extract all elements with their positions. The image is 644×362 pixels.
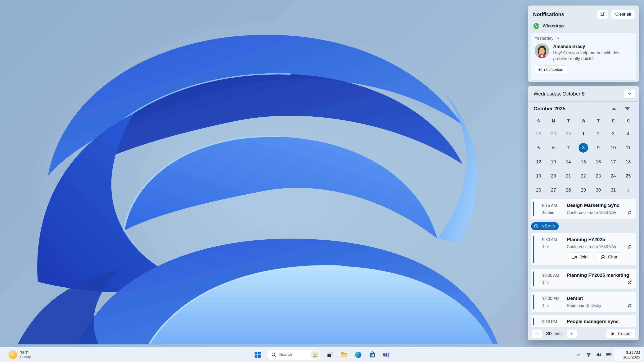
teams-icon: T — [383, 351, 390, 358]
video-camera-icon — [572, 255, 577, 259]
recurrence-icon — [627, 210, 632, 215]
agenda-event-card[interactable]: 10:30 AM Planning FY2025 marketing 1 hr — [531, 269, 636, 289]
join-meeting-button[interactable]: Join — [567, 252, 592, 262]
minus-icon — [535, 332, 539, 336]
edge-browser-button[interactable] — [352, 349, 364, 360]
calendar-day[interactable]: 14 — [561, 155, 576, 169]
calendar-day[interactable]: 20 — [546, 169, 561, 183]
calendar-month-label: October 2025 — [534, 106, 610, 112]
weather-temperature: 78°F — [20, 350, 31, 355]
event-time: 2:30 PM — [542, 320, 567, 324]
calendar-day[interactable]: 25 — [621, 169, 636, 183]
calendar-day[interactable]: 31 — [606, 183, 621, 197]
tray-clock[interactable]: 9:28 AM 10/8/2025 — [614, 349, 642, 361]
day-of-week-label: T — [591, 116, 606, 127]
calendar-day[interactable]: 6 — [546, 141, 561, 155]
microsoft-store-button[interactable] — [367, 349, 378, 360]
volume-icon[interactable] — [594, 349, 603, 360]
chat-bubble-icon — [600, 255, 606, 260]
calendar-day[interactable]: 29 — [576, 183, 591, 197]
wifi-icon[interactable] — [584, 349, 593, 360]
chevron-down-icon[interactable] — [556, 36, 560, 40]
more-notifications-button[interactable]: +1 notification — [535, 65, 567, 74]
calendar-day[interactable]: 11 — [621, 141, 636, 155]
calendar-grid: 28 29 30 1 2 3 4 — [528, 127, 639, 197]
agenda-event-card[interactable]: 2:30 PM People managers sync — [531, 315, 636, 327]
agenda-event-card[interactable]: 9:30 AM Planning FY2025 1 hr Conference … — [531, 233, 636, 265]
calendar-day[interactable]: 28 — [531, 127, 546, 141]
calendar-day[interactable]: 16 — [591, 155, 606, 169]
event-time: 10:30 AM — [542, 273, 567, 278]
notification-sender: Amanda Brady — [553, 44, 631, 49]
recurrence-off-icon — [627, 280, 632, 285]
calendar-day[interactable]: 18 — [621, 155, 636, 169]
calendar-day[interactable]: 15 — [576, 155, 591, 169]
task-view-button[interactable] — [324, 349, 336, 360]
store-bag-icon — [369, 351, 376, 358]
lotus-icon[interactable] — [311, 350, 319, 359]
play-icon — [611, 332, 615, 336]
calendar-panel: Wednesday, October 8 October 2025 SMTWTF… — [528, 86, 639, 340]
tray-expand-button[interactable] — [574, 349, 583, 360]
starts-in-badge: in 5 min — [531, 222, 559, 230]
calendar-day[interactable]: 28 — [561, 183, 576, 197]
clear-all-button[interactable]: Clear all — [611, 10, 635, 19]
folder-icon — [340, 351, 348, 358]
start-button[interactable] — [252, 349, 263, 360]
next-month-button[interactable] — [624, 105, 631, 112]
calendar-day[interactable]: 17 — [606, 155, 621, 169]
magnifier-icon — [271, 352, 276, 357]
calendar-day[interactable]: 1 — [621, 183, 636, 197]
calendar-day[interactable]: 24 — [606, 169, 621, 183]
notification-card[interactable]: Yesterday Amanda Brady Hey! Can you help… — [531, 33, 636, 80]
decrease-minutes-button[interactable] — [532, 330, 542, 338]
chat-button[interactable]: Chat — [596, 252, 622, 262]
weather-widget[interactable]: 78°F Sunny — [7, 348, 33, 361]
taskbar-search[interactable] — [267, 349, 321, 360]
calendar-day[interactable]: 10 — [606, 141, 621, 155]
notification-settings-button[interactable] — [597, 10, 608, 19]
calendar-day[interactable]: 22 — [576, 169, 591, 183]
calendar-day[interactable]: 8 — [576, 141, 591, 155]
calendar-collapse-button[interactable] — [624, 89, 635, 98]
agenda-event-card[interactable]: 8:15 AM Design Marketing Sync 45 min Con… — [531, 199, 636, 219]
teams-button[interactable]: T — [381, 349, 392, 360]
sun-icon — [9, 350, 17, 359]
triangle-down-icon — [625, 107, 630, 110]
file-explorer-button[interactable] — [338, 349, 350, 360]
calendar-day[interactable]: 23 — [591, 169, 606, 183]
calendar-day[interactable]: 7 — [561, 141, 576, 155]
calendar-day[interactable]: 29 — [546, 127, 561, 141]
calendar-day[interactable]: 21 — [561, 169, 576, 183]
tray-time: 9:28 AM — [626, 350, 640, 355]
event-time: 8:15 AM — [542, 203, 567, 208]
calendar-day[interactable]: 27 — [546, 183, 561, 197]
calendar-day[interactable]: 13 — [546, 155, 561, 169]
previous-month-button[interactable] — [610, 105, 618, 112]
calendar-day[interactable]: 12 — [531, 155, 546, 169]
calendar-day[interactable]: 26 — [531, 183, 546, 197]
calendar-day[interactable]: 30 — [591, 183, 606, 197]
focus-button[interactable]: Focus — [606, 329, 635, 339]
event-duration: 45 min — [542, 210, 567, 215]
calendar-day[interactable]: 5 — [531, 141, 546, 155]
notifications-panel: Notifications Clear all WhatsApp Yesterd… — [528, 6, 639, 82]
calendar-day[interactable]: 4 — [621, 127, 636, 141]
plus-icon — [570, 332, 574, 336]
increase-minutes-button[interactable] — [567, 330, 577, 338]
event-title: People managers sync — [567, 319, 619, 324]
calendar-day[interactable]: 1 — [576, 127, 591, 141]
calendar-day[interactable]: 9 — [591, 141, 606, 155]
calendar-day[interactable]: 19 — [531, 169, 546, 183]
bloom-flower-art — [18, 8, 523, 344]
calendar-day[interactable]: 3 — [606, 127, 621, 141]
taskbar: 78°F Sunny — [0, 347, 644, 362]
calendar-day[interactable]: 30 — [561, 127, 576, 141]
whatsapp-group-header[interactable]: WhatsApp — [528, 20, 639, 30]
event-duration: 1 hr — [542, 280, 567, 285]
calendar-day[interactable]: 2 — [591, 127, 606, 141]
clock-icon — [534, 224, 538, 229]
agenda-event-card[interactable]: 12:00 PM Dentist 1 hr Redmond Dentistry — [531, 292, 636, 312]
battery-icon[interactable] — [604, 349, 613, 360]
search-input[interactable] — [279, 352, 307, 357]
